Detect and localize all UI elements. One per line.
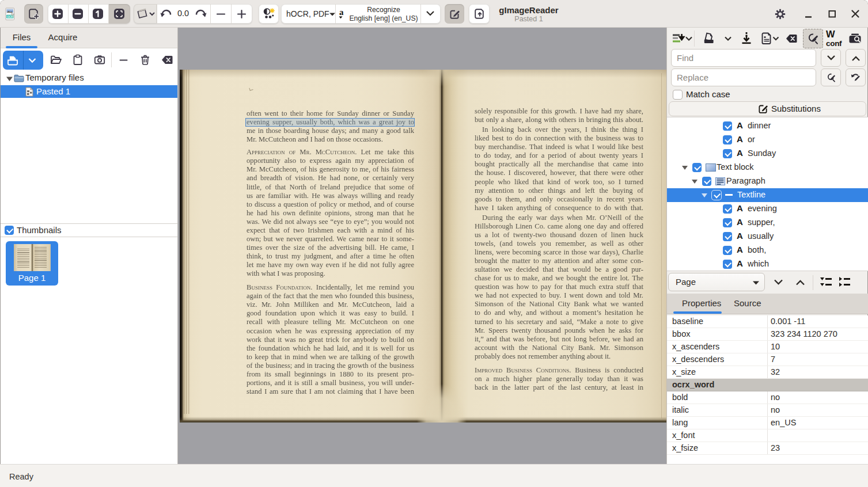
svg-text:a: a bbox=[339, 7, 344, 17]
svg-text:OCR: OCR bbox=[7, 16, 13, 18]
